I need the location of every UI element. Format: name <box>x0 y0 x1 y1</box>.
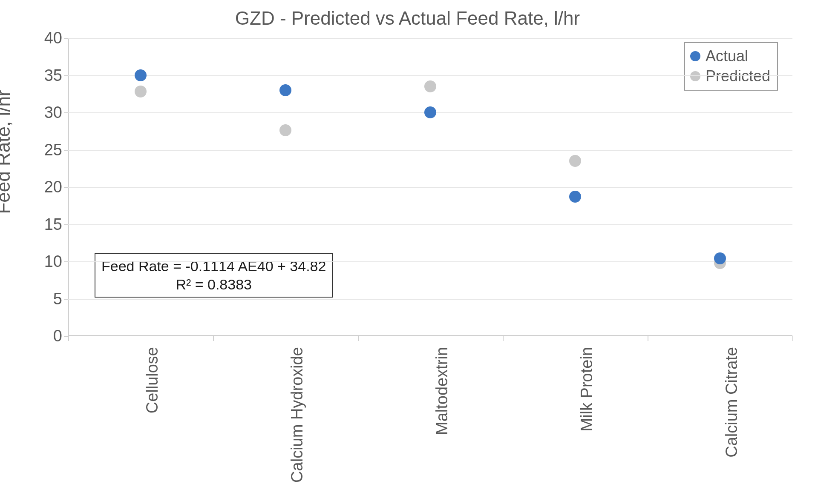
legend-label: Predicted <box>706 66 770 86</box>
gridline <box>68 150 792 151</box>
data-point-predicted <box>135 86 147 97</box>
chart-container: GZD - Predicted vs Actual Feed Rate, l/h… <box>0 0 815 504</box>
y-tick-label: 35 <box>44 66 68 84</box>
data-point-predicted <box>424 80 436 92</box>
x-tick-label: Cellulose <box>143 347 161 413</box>
data-point-predicted <box>279 124 291 136</box>
y-tick-label: 15 <box>44 215 68 233</box>
gridline <box>68 75 792 76</box>
x-tick-label: Calcium Hydroxide <box>288 347 306 483</box>
y-tick-label: 25 <box>44 140 68 159</box>
x-tick-mark <box>792 336 793 341</box>
x-tick-label: Milk Protein <box>578 347 596 432</box>
gridline <box>68 261 792 262</box>
x-tick-mark <box>358 336 359 341</box>
x-tick-mark <box>503 336 504 341</box>
r-squared-text: R² = 0.8383 <box>101 275 326 294</box>
chart-title: GZD - Predicted vs Actual Feed Rate, l/h… <box>0 8 815 29</box>
gridline <box>68 187 792 188</box>
data-point-actual <box>714 252 726 264</box>
x-axis-line <box>68 335 792 336</box>
gridline <box>68 224 792 225</box>
gridline <box>68 299 792 300</box>
data-point-predicted <box>569 155 581 167</box>
y-tick-label: 40 <box>44 29 68 47</box>
y-tick-label: 10 <box>44 252 68 271</box>
equation-text: Feed Rate = -0.1114 AE40 + 34.82 <box>101 257 326 275</box>
plot-area: Actual Predicted Feed Rate = -0.1114 AE4… <box>68 37 792 336</box>
x-tick-mark <box>648 336 648 341</box>
data-point-actual <box>135 69 147 81</box>
circle-icon <box>690 71 700 81</box>
legend: Actual Predicted <box>684 42 778 91</box>
x-tick-label: Maltodextrin <box>433 347 451 435</box>
legend-item-actual: Actual <box>690 46 770 66</box>
y-tick-label: 20 <box>44 178 68 196</box>
data-point-actual <box>279 84 291 96</box>
equation-annotation: Feed Rate = -0.1114 AE40 + 34.82 R² = 0.… <box>95 253 333 298</box>
legend-item-predicted: Predicted <box>690 66 770 86</box>
y-tick-label: 0 <box>53 327 68 345</box>
x-tick-mark <box>68 336 69 341</box>
data-point-actual <box>424 106 436 118</box>
legend-label: Actual <box>706 46 748 66</box>
x-tick-mark <box>213 336 214 341</box>
x-tick-label: Calcium Citrate <box>723 347 741 458</box>
y-tick-label: 5 <box>53 289 68 308</box>
y-axis-label: Feed Rate, l/hr <box>0 90 14 214</box>
circle-icon <box>690 51 700 61</box>
gridline <box>68 38 792 39</box>
y-tick-label: 30 <box>44 103 68 122</box>
data-point-actual <box>569 191 581 203</box>
